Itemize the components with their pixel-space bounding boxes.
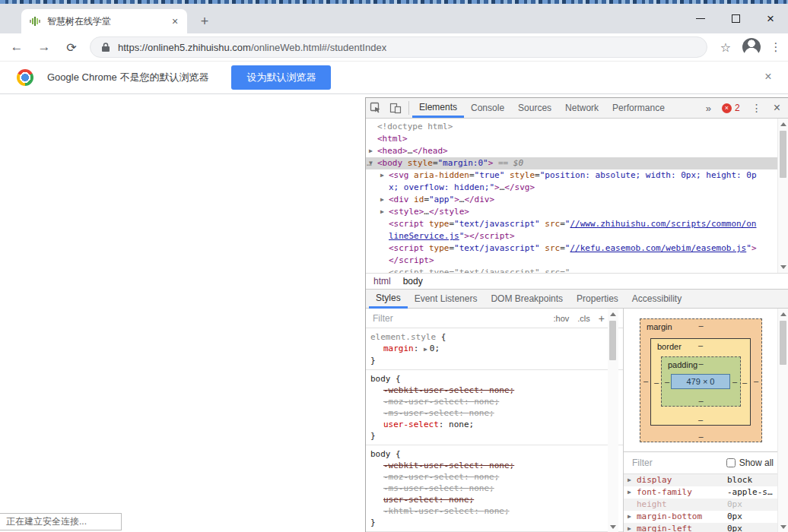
css-property[interactable]: -webkit-user-select: none; <box>370 460 608 471</box>
dom-tree-node[interactable]: ▶<style>…</style> <box>366 206 758 218</box>
inspect-element-icon[interactable] <box>366 98 386 118</box>
address-bar[interactable]: https://onlineh5.zhihuishu.com/onlineWeb… <box>90 36 707 58</box>
collapse-arrow-icon[interactable]: ▼ <box>369 157 373 169</box>
tab-console[interactable]: Console <box>464 98 511 118</box>
dom-tree-node[interactable]: <script type="text/javascript" src="… <box>366 267 758 273</box>
box-model-content[interactable]: 479 × 0 <box>671 374 730 389</box>
computed-property-row[interactable]: height0px <box>624 499 788 511</box>
styles-scrollbar[interactable] <box>608 309 618 532</box>
border-bottom-value[interactable]: – <box>698 415 703 424</box>
rule-selector[interactable]: body { <box>370 373 401 385</box>
profile-avatar[interactable] <box>742 38 761 56</box>
reload-button[interactable]: ⟳ <box>61 36 82 58</box>
css-property[interactable]: -webkit-user-select: none; <box>370 385 608 396</box>
dom-tree-node[interactable]: <!doctype html> <box>366 121 758 133</box>
tab-event-listeners[interactable]: Event Listeners <box>408 290 485 309</box>
css-property[interactable]: -ms-user-select: none; <box>370 483 608 494</box>
expand-arrow-icon[interactable]: ▶ <box>628 511 631 523</box>
window-minimize-button[interactable] <box>683 8 718 30</box>
dom-tree-node[interactable]: …▼<body style="margin:0"> == $0 <box>366 157 788 169</box>
expand-arrow-icon[interactable]: ▶ <box>628 523 631 532</box>
sidebar-scrollbar[interactable] <box>777 309 788 532</box>
device-toolbar-icon[interactable] <box>386 98 405 118</box>
tab-elements[interactable]: Elements <box>412 98 464 118</box>
devtools-close-icon[interactable]: × <box>769 101 788 115</box>
tab-styles[interactable]: Styles <box>369 290 408 309</box>
css-property[interactable]: -moz-user-select: none; <box>370 396 608 407</box>
computed-property-row[interactable]: ▶displayblock <box>624 474 788 486</box>
expand-arrow-icon[interactable]: ▶ <box>628 474 631 486</box>
show-all-toggle[interactable]: Show all <box>726 458 774 468</box>
tab-performance[interactable]: Performance <box>605 98 672 118</box>
set-default-browser-button[interactable]: 设为默认浏览器 <box>231 65 331 90</box>
dom-tree-node[interactable]: <html> <box>366 133 758 145</box>
computed-property-row[interactable]: ▶margin-left0px <box>624 523 788 532</box>
toggle-hover-button[interactable]: :hov <box>554 314 570 323</box>
tab-close-icon[interactable]: × <box>169 15 181 27</box>
css-property[interactable]: -ms-user-select: none; <box>370 407 608 419</box>
notification-close-icon[interactable]: × <box>761 70 776 84</box>
css-property[interactable]: -moz-user-select: none; <box>370 471 608 483</box>
more-tabs-icon[interactable]: » <box>700 103 717 114</box>
dom-tree-node[interactable]: ▶<head>…</head> <box>366 145 758 157</box>
css-property[interactable]: margin: ▶0; <box>370 343 608 355</box>
tab-properties[interactable]: Properties <box>570 290 625 309</box>
styles-filter-input[interactable] <box>371 312 545 325</box>
margin-top-value[interactable]: – <box>698 321 703 330</box>
css-property[interactable]: -khtml-user-select: none; <box>370 505 608 517</box>
padding-bottom-value[interactable]: – <box>698 396 703 405</box>
browser-tab[interactable]: 智慧树在线学堂 × <box>21 9 187 33</box>
computed-property-row[interactable]: ▶margin-bottom0px <box>624 511 788 523</box>
rule-selector[interactable]: element.style { <box>370 331 446 343</box>
new-style-rule-button[interactable]: + <box>599 312 605 325</box>
padding-right-value[interactable]: – <box>732 377 737 386</box>
tab-sources[interactable]: Sources <box>511 98 558 118</box>
dom-tree-node[interactable]: ▶<div id="app">…</div> <box>366 194 758 206</box>
forward-button[interactable]: → <box>33 36 55 58</box>
dom-tree-node[interactable]: <script type="text/javascript" src="//ww… <box>366 218 758 242</box>
scrollbar-thumb[interactable] <box>780 321 786 365</box>
border-top-value[interactable]: – <box>698 340 703 350</box>
scroll-up-icon[interactable] <box>780 122 786 126</box>
computed-property-row[interactable]: ▶font-family-apple-s… <box>624 486 788 499</box>
scroll-down-icon[interactable] <box>780 265 786 269</box>
bookmark-star-icon[interactable]: ☆ <box>717 40 735 55</box>
expand-arrow-icon[interactable]: ▶ <box>380 169 384 182</box>
breadcrumb-html[interactable]: html <box>373 276 391 287</box>
border-left-value[interactable]: – <box>654 378 659 387</box>
breadcrumb-body[interactable]: body <box>403 276 423 287</box>
scroll-down-icon[interactable] <box>780 525 786 529</box>
margin-left-value[interactable]: – <box>643 376 648 385</box>
scrollbar-thumb[interactable] <box>780 131 786 178</box>
expand-arrow-icon[interactable]: ▶ <box>424 346 427 353</box>
padding-left-value[interactable]: – <box>665 377 669 386</box>
css-property[interactable]: user-select: none; <box>370 419 608 430</box>
error-badge[interactable]: × 2 <box>722 103 740 113</box>
expand-arrow-icon[interactable]: ▶ <box>380 206 384 218</box>
margin-right-value[interactable]: – <box>754 376 758 385</box>
rule-selector[interactable]: body { <box>370 448 401 460</box>
dom-tree-node[interactable]: ▶<svg aria-hidden="true" style="position… <box>366 169 758 194</box>
new-tab-button[interactable]: + <box>195 11 214 31</box>
scroll-up-icon[interactable] <box>610 312 616 316</box>
scrollbar-thumb[interactable] <box>609 321 616 360</box>
elements-scrollbar[interactable] <box>777 119 788 273</box>
computed-filter-input[interactable] <box>631 457 726 469</box>
tab-network[interactable]: Network <box>558 98 605 118</box>
scroll-down-icon[interactable] <box>610 525 616 529</box>
tab-accessibility[interactable]: Accessibility <box>625 290 688 309</box>
expand-arrow-icon[interactable]: ▶ <box>369 145 373 157</box>
css-property[interactable]: user-select: none; <box>370 494 608 505</box>
window-close-button[interactable]: × <box>753 8 788 30</box>
window-maximize-button[interactable] <box>718 8 753 30</box>
back-button[interactable]: ← <box>6 36 27 58</box>
border-right-value[interactable]: – <box>742 378 747 387</box>
toggle-class-button[interactable]: .cls <box>577 314 590 323</box>
margin-bottom-value[interactable]: – <box>698 432 703 441</box>
dom-tree-node[interactable]: <script type="text/javascript" src="//ke… <box>366 242 758 267</box>
tab-dom-breakpoints[interactable]: DOM Breakpoints <box>484 290 570 309</box>
expand-arrow-icon[interactable]: ▶ <box>380 194 384 206</box>
devtools-menu-icon[interactable]: ⋮ <box>745 102 769 114</box>
scroll-up-icon[interactable] <box>780 312 786 316</box>
browser-menu-icon[interactable]: ⋮ <box>768 40 783 54</box>
